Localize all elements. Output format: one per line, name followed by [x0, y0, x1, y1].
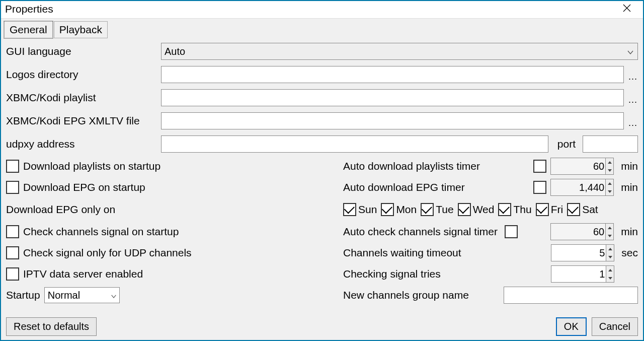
logos-directory-label: Logos directory — [6, 69, 157, 81]
svg-marker-11 — [608, 277, 612, 280]
waiting-timeout-spin-buttons[interactable] — [606, 244, 614, 261]
spin-down-icon[interactable] — [606, 253, 614, 261]
min-unit: min — [621, 181, 638, 193]
reset-defaults-button[interactable]: Reset to defaults — [6, 317, 97, 336]
download-playlists-checkbox[interactable] — [6, 160, 19, 173]
spin-up-icon[interactable] — [606, 245, 614, 253]
kodi-epg-browse-button[interactable]: ... — [628, 112, 638, 129]
logos-directory-input[interactable] — [161, 66, 624, 83]
spin-up-icon[interactable] — [606, 266, 614, 274]
svg-marker-4 — [608, 182, 612, 185]
epg-timer-spin-buttons[interactable] — [606, 179, 614, 196]
check-signal-udp-label: Check signal only for UDP channels — [23, 247, 192, 259]
udpxy-address-label: udpxy address — [6, 138, 157, 150]
auto-dl-epg-timer-checkbox[interactable] — [533, 181, 546, 194]
kodi-epg-input[interactable] — [161, 112, 624, 129]
gui-language-label: GUI language — [6, 45, 157, 57]
day-sun-label: Sun — [358, 203, 377, 216]
signal-tries-spin-buttons[interactable] — [606, 265, 614, 283]
svg-marker-2 — [608, 161, 612, 164]
sec-unit: sec — [621, 247, 638, 259]
day-sat-label: Sat — [582, 203, 598, 216]
auto-dl-epg-timer-label: Auto download EPG timer — [343, 181, 465, 193]
kodi-epg-label: XBMC/Kodi EPG XMLTV file — [6, 115, 157, 127]
signal-timer-spin-buttons[interactable] — [606, 223, 614, 240]
check-signal-udp-checkbox[interactable] — [6, 246, 19, 259]
checking-signal-tries-label: Checking signal tries — [343, 268, 441, 280]
spin-down-icon[interactable] — [606, 187, 613, 195]
tab-bar: General Playback — [1, 19, 643, 38]
port-label: port — [557, 138, 576, 150]
port-input[interactable] — [583, 135, 638, 153]
spin-down-icon[interactable] — [606, 274, 614, 282]
startup-combo[interactable] — [44, 287, 120, 303]
logos-browse-button[interactable]: ... — [628, 66, 638, 83]
kodi-playlist-label: XBMC/Kodi playlist — [6, 92, 157, 104]
svg-marker-10 — [608, 269, 612, 271]
download-playlists-label: Download playlists on startup — [23, 160, 160, 172]
day-wed-label: Wed — [473, 203, 495, 216]
tab-playback[interactable]: Playback — [54, 21, 108, 38]
day-mon-label: Mon — [396, 203, 417, 216]
window-title: Properties — [5, 3, 53, 15]
day-mon-checkbox[interactable] — [381, 203, 394, 216]
day-fri-checkbox[interactable] — [536, 203, 549, 216]
auto-check-signal-timer-checkbox[interactable] — [505, 225, 518, 238]
playlists-timer-spinner[interactable] — [550, 158, 606, 175]
svg-marker-3 — [608, 169, 612, 172]
day-sun-checkbox[interactable] — [343, 203, 356, 216]
iptv-data-server-label: IPTV data server enabled — [23, 268, 143, 280]
svg-marker-9 — [608, 256, 612, 258]
download-epg-checkbox[interactable] — [6, 181, 19, 194]
day-fri-label: Fri — [551, 203, 564, 216]
day-tue-checkbox[interactable] — [421, 203, 434, 216]
auto-dl-playlists-timer-checkbox[interactable] — [533, 160, 546, 173]
kodi-playlist-input[interactable] — [161, 89, 624, 106]
signal-timer-spinner[interactable] — [550, 223, 606, 240]
epg-timer-spinner[interactable] — [550, 179, 606, 196]
close-button[interactable] — [617, 4, 637, 15]
spin-up-icon[interactable] — [606, 179, 613, 187]
channels-waiting-timeout-label: Channels waiting timeout — [343, 247, 461, 259]
iptv-data-server-checkbox[interactable] — [6, 267, 19, 281]
cancel-button[interactable]: Cancel — [592, 317, 638, 336]
auto-check-signal-timer-label: Auto check channels signal timer — [343, 226, 498, 238]
check-channels-signal-checkbox[interactable] — [6, 225, 19, 238]
spin-up-icon[interactable] — [606, 158, 613, 166]
day-wed-checkbox[interactable] — [458, 203, 471, 216]
min-unit: min — [621, 226, 638, 238]
download-epg-label: Download EPG on startup — [23, 181, 145, 193]
udpxy-address-input[interactable] — [161, 135, 548, 153]
titlebar: Properties — [1, 1, 643, 19]
svg-marker-5 — [608, 190, 612, 193]
download-epg-only-on-label: Download EPG only on — [6, 203, 115, 216]
ok-button[interactable]: OK — [556, 317, 587, 336]
gui-language-combo[interactable] — [161, 43, 638, 60]
new-channels-group-input[interactable] — [504, 287, 638, 304]
startup-label: Startup — [6, 289, 40, 301]
tab-content: GUI language Logos directory ... XBMC/Ko… — [1, 38, 643, 315]
auto-dl-playlists-timer-label: Auto download playlists timer — [343, 160, 480, 172]
waiting-timeout-spinner[interactable] — [551, 244, 606, 261]
new-channels-group-label: New channels group name — [343, 289, 469, 301]
check-channels-signal-label: Check channels signal on startup — [23, 226, 179, 238]
min-unit: min — [621, 160, 638, 172]
spin-down-icon[interactable] — [606, 232, 613, 240]
tab-general[interactable]: General — [4, 21, 53, 38]
svg-marker-7 — [608, 235, 612, 237]
day-sat-checkbox[interactable] — [567, 203, 580, 216]
day-thu-checkbox[interactable] — [498, 203, 511, 216]
day-tue-label: Tue — [436, 203, 453, 216]
kodi-playlist-browse-button[interactable]: ... — [628, 89, 638, 106]
day-thu-label: Thu — [513, 203, 531, 216]
spin-down-icon[interactable] — [606, 166, 613, 174]
spin-up-icon[interactable] — [606, 224, 613, 232]
svg-marker-8 — [608, 248, 612, 250]
button-bar: Reset to defaults OK Cancel — [1, 315, 643, 340]
playlists-timer-spin-buttons[interactable] — [606, 158, 614, 175]
signal-tries-spinner[interactable] — [551, 265, 606, 283]
svg-marker-6 — [608, 227, 612, 229]
